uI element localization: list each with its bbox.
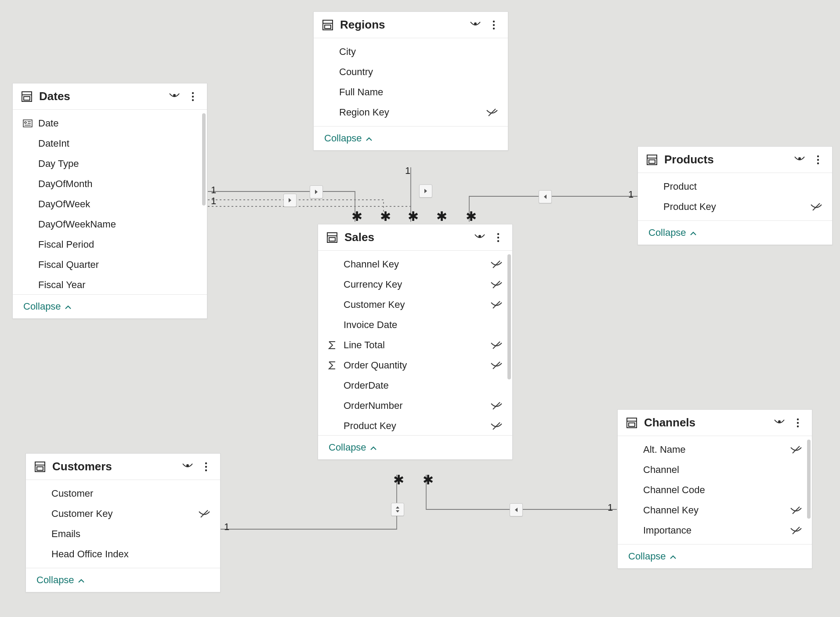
filter-direction-both-handle[interactable] [391,503,404,516]
filter-direction-handle[interactable] [539,190,552,203]
field-row[interactable]: Fiscal Period [13,235,207,255]
table-card-dates[interactable]: Dates Date DateInt Day Type DayOfMonth D… [12,83,207,319]
collapse-button[interactable]: Collapse [318,435,512,459]
visibility-icon[interactable] [469,19,482,31]
field-row[interactable]: Product [638,177,832,197]
svg-rect-22 [649,160,655,163]
table-card-channels[interactable]: Channels Alt. Name Channel Channel Code … [617,409,812,569]
svg-rect-52 [629,423,635,426]
scrollbar-thumb[interactable] [807,440,811,519]
collapse-button[interactable]: Collapse [618,544,812,568]
field-row[interactable]: Customer Key [318,295,512,315]
table-title: Products [664,153,787,166]
field-row[interactable]: DateInt [13,134,207,154]
more-options-icon[interactable] [187,90,199,103]
filter-direction-handle[interactable] [283,194,297,207]
cardinality-label: ✱ [351,210,362,223]
field-row[interactable]: Emails [26,524,220,544]
field-row[interactable]: Order Quantity [318,355,512,375]
table-header[interactable]: Regions [314,12,508,38]
visibility-icon[interactable] [773,417,786,429]
cardinality-label: ✱ [408,210,419,223]
visibility-icon[interactable] [168,90,181,103]
table-header[interactable]: Channels [618,410,812,436]
table-title: Regions [340,18,463,32]
field-row[interactable]: Channel Key [618,500,812,520]
hidden-icon [486,108,498,117]
visibility-icon[interactable] [474,231,486,244]
svg-point-14 [192,99,194,101]
field-row[interactable]: Product Key [638,197,832,217]
more-options-icon[interactable] [492,231,504,244]
chevron-up-icon [690,227,697,238]
field-row[interactable]: Invoice Date [318,315,512,335]
field-list: Date DateInt Day Type DayOfMonth DayOfWe… [13,110,207,294]
field-row[interactable]: DayOfWeek [13,194,207,214]
table-card-regions[interactable]: Regions City Country Full Name Region Ke… [313,11,508,151]
field-row[interactable]: Channel Key [318,254,512,274]
field-row[interactable]: Head Office Index [26,544,220,564]
svg-point-6 [493,27,495,29]
field-row[interactable]: Channel Code [618,480,812,500]
field-row[interactable]: Full Name [314,82,508,102]
filter-direction-handle[interactable] [419,184,432,198]
scrollbar-thumb[interactable] [202,113,206,206]
table-header[interactable]: Dates [13,83,207,110]
svg-rect-10 [24,97,30,100]
field-row[interactable]: Customer [26,483,220,504]
svg-point-3 [474,23,476,25]
field-row[interactable]: Channel [618,460,812,480]
table-card-customers[interactable]: Customers Customer Customer Key Emails H… [25,453,221,592]
field-row[interactable]: OrderNumber [318,396,512,416]
svg-point-34 [497,240,499,242]
visibility-icon[interactable] [793,154,806,166]
svg-rect-30 [329,238,335,241]
field-row[interactable]: Product Key [318,416,512,435]
visibility-icon[interactable] [181,461,194,473]
field-row[interactable]: Importance [618,520,812,541]
scrollbar-thumb[interactable] [507,254,511,379]
field-row[interactable]: Customer Key [26,504,220,524]
field-row[interactable]: DayOfWeekName [13,214,207,235]
field-row[interactable]: Currency Key [318,274,512,295]
table-card-sales[interactable]: Sales Channel Key Currency Key Customer … [318,224,513,460]
table-title: Customers [52,460,175,473]
cardinality-label: 1 [211,195,216,207]
sigma-icon [328,361,344,370]
hidden-icon [490,260,503,269]
collapse-button[interactable]: Collapse [638,220,832,245]
hidden-icon [490,300,503,309]
svg-point-55 [797,422,799,423]
table-header[interactable]: Products [638,147,832,173]
field-row[interactable]: Line Total [318,335,512,355]
field-row[interactable]: Date [13,113,207,134]
field-row[interactable]: OrderDate [318,375,512,396]
table-header[interactable]: Sales [318,224,512,251]
hidden-icon [490,422,503,430]
field-row[interactable]: DayOfMonth [13,174,207,194]
collapse-button[interactable]: Collapse [26,568,220,592]
table-header[interactable]: Customers [26,454,220,480]
field-row[interactable]: Day Type [13,154,207,174]
table-card-products[interactable]: Products Product Product Key Collapse [637,146,833,245]
field-row[interactable]: City [314,42,508,62]
more-options-icon[interactable] [488,19,500,31]
field-row[interactable]: Fiscal Quarter [13,255,207,275]
field-list: Customer Customer Key Emails Head Office… [26,480,220,568]
field-row[interactable]: Country [314,62,508,82]
more-options-icon[interactable] [200,461,212,473]
more-options-icon[interactable] [812,154,824,166]
collapse-button[interactable]: Collapse [13,294,207,318]
field-row[interactable]: Fiscal Year [13,275,207,294]
filter-direction-handle[interactable] [510,503,523,516]
more-options-icon[interactable] [792,417,804,429]
filter-direction-handle[interactable] [310,185,323,198]
cardinality-label: ✱ [423,473,434,487]
collapse-button[interactable]: Collapse [314,126,508,150]
table-icon [326,231,338,244]
field-row[interactable]: Region Key [314,102,508,123]
table-icon [21,90,33,103]
svg-rect-2 [325,25,331,29]
field-row[interactable]: Alt. Name [618,440,812,460]
table-icon [626,417,638,429]
